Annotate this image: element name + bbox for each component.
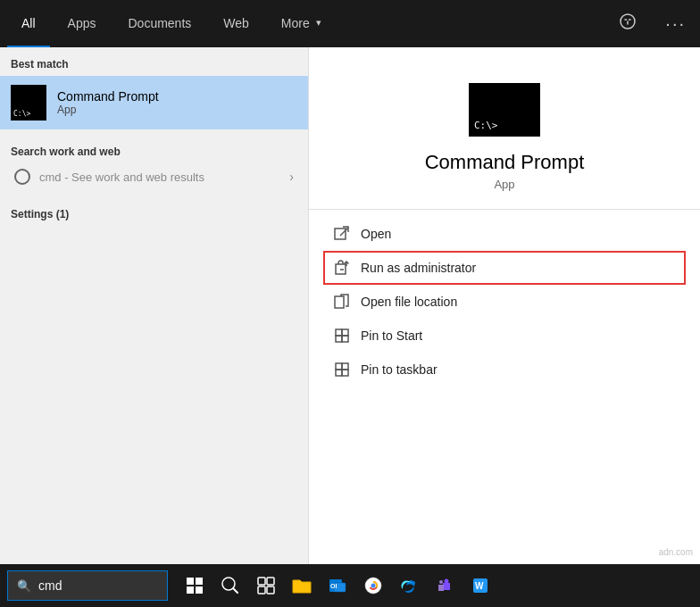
svg-rect-8	[342, 363, 348, 370]
chrome-button[interactable]	[357, 570, 389, 602]
action-pin-to-start[interactable]: Pin to Start	[323, 319, 686, 353]
divider	[309, 209, 700, 210]
action-pin-to-taskbar[interactable]: Pin to taskbar	[323, 353, 686, 387]
svg-point-22	[445, 579, 449, 584]
run-as-admin-icon	[334, 260, 350, 276]
nav-tab-more[interactable]: More ▾	[267, 0, 336, 47]
settings-section: Settings (1)	[0, 199, 308, 229]
taskbar-search-box[interactable]: 🔍	[7, 570, 168, 601]
main-area: Best match Command Prompt App Search wor…	[0, 47, 700, 564]
nav-tab-web[interactable]: Web	[209, 0, 263, 47]
nav-tab-apps[interactable]: Apps	[54, 0, 111, 47]
svg-rect-4	[342, 329, 348, 336]
settings-label: Settings (1)	[11, 204, 297, 224]
more-options-icon[interactable]: ···	[658, 10, 693, 37]
nav-right-icons: ···	[612, 9, 693, 38]
file-explorer-button[interactable]	[286, 570, 318, 602]
svg-rect-13	[267, 578, 274, 585]
svg-rect-3	[336, 329, 342, 336]
best-match-item[interactable]: Command Prompt App	[0, 76, 308, 129]
pin-to-start-label: Pin to Start	[361, 328, 422, 343]
chevron-right-icon: ›	[289, 170, 294, 184]
svg-rect-12	[258, 578, 265, 585]
windows-logo-icon	[187, 578, 203, 594]
search-web-label: Search work and web	[11, 138, 297, 163]
search-query: cmd	[39, 170, 62, 184]
pin-to-taskbar-label: Pin to taskbar	[361, 362, 438, 377]
taskbar-search-input[interactable]	[38, 578, 195, 593]
open-label: Open	[361, 227, 391, 241]
action-list: Open Run as administrator	[309, 217, 700, 387]
search-web-section: Search work and web cmd - See work and w…	[0, 129, 308, 199]
nav-tab-all[interactable]: All	[7, 0, 50, 47]
left-panel: Best match Command Prompt App Search wor…	[0, 47, 308, 564]
chevron-down-icon: ▾	[316, 17, 321, 29]
task-view-button[interactable]	[250, 570, 282, 602]
action-open-file-location[interactable]: Open file location	[323, 285, 686, 319]
watermark: adn.com	[659, 547, 693, 557]
action-run-as-admin[interactable]: Run as administrator	[323, 251, 686, 285]
action-open[interactable]: Open	[323, 217, 686, 251]
svg-rect-6	[342, 336, 348, 342]
svg-rect-5	[336, 336, 342, 342]
svg-point-23	[439, 580, 443, 584]
svg-point-21	[371, 584, 376, 588]
app-name-label: Command Prompt	[57, 89, 159, 104]
svg-text:W: W	[475, 581, 484, 591]
search-suffix: - See work and web results	[62, 170, 204, 184]
right-panel: Command Prompt App Open	[308, 47, 700, 564]
open-file-location-icon	[334, 294, 350, 310]
svg-rect-10	[342, 370, 348, 376]
pin-to-taskbar-icon	[334, 362, 350, 378]
taskbar: 🔍 Ol	[0, 564, 700, 607]
word-button[interactable]: W	[464, 570, 496, 602]
search-circle-icon	[14, 169, 30, 185]
taskbar-search-icon: 🔍	[17, 579, 31, 593]
cmd-app-icon	[11, 85, 46, 121]
svg-text:Ol: Ol	[330, 583, 337, 589]
pin-to-start-icon	[334, 328, 350, 344]
right-app-name: Command Prompt	[425, 151, 585, 174]
svg-rect-15	[267, 586, 274, 594]
best-match-label: Best match	[0, 47, 308, 76]
outlook-button[interactable]: Ol	[321, 570, 354, 602]
best-match-text: Command Prompt App	[57, 89, 159, 116]
app-type-label: App	[57, 104, 159, 116]
right-cmd-icon	[469, 83, 540, 137]
teams-button[interactable]	[429, 570, 461, 602]
svg-rect-14	[258, 586, 265, 594]
edge-button[interactable]	[393, 570, 425, 602]
run-as-admin-label: Run as administrator	[361, 261, 476, 275]
svg-rect-9	[336, 370, 342, 376]
feedback-icon[interactable]	[612, 9, 644, 38]
open-icon	[334, 226, 350, 242]
start-button[interactable]	[179, 570, 211, 602]
search-web-item[interactable]: cmd - See work and web results ›	[11, 163, 297, 190]
svg-rect-2	[335, 296, 344, 308]
right-app-type: App	[494, 178, 514, 191]
nav-tab-documents[interactable]: Documents	[113, 0, 205, 47]
top-nav-bar: All Apps Documents Web More ▾ ···	[0, 0, 700, 47]
search-taskbar-button[interactable]	[214, 570, 246, 602]
search-web-text: cmd - See work and web results	[39, 170, 204, 184]
open-file-location-label: Open file location	[361, 295, 457, 309]
svg-rect-0	[335, 229, 346, 239]
svg-rect-7	[336, 363, 342, 370]
